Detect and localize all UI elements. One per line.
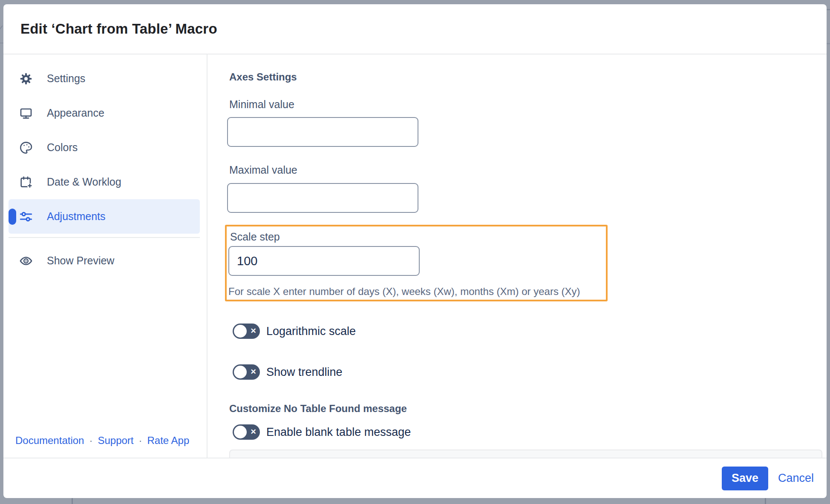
sidebar-item-show-preview[interactable]: Show Preview — [9, 243, 200, 278]
collapsed-editor-panel — [229, 450, 822, 458]
show-trendline-row: ✕ Show trendline — [233, 364, 343, 380]
toggle-off-x-icon: ✕ — [247, 364, 260, 380]
palette-icon — [19, 140, 33, 155]
link-separator: · — [89, 435, 92, 447]
toggle-off-x-icon: ✕ — [247, 424, 260, 440]
link-separator: · — [139, 435, 142, 447]
sidebar-item-label: Colors — [47, 141, 78, 154]
backdrop-line-artifact — [765, 498, 766, 504]
blank-table-message-toggle[interactable]: ✕ — [233, 424, 260, 440]
adjustments-panel: Axes Settings Minimal value Maximal valu… — [208, 54, 827, 458]
rate-app-link[interactable]: Rate App — [147, 435, 190, 447]
backdrop-line-artifact — [72, 498, 73, 504]
sidebar-item-label: Appearance — [47, 107, 104, 119]
logarithmic-scale-row: ✕ Logarithmic scale — [233, 324, 356, 339]
sidebar-item-colors[interactable]: Colors — [9, 130, 200, 165]
sidebar-footer-links: Documentation · Support · Rate App — [15, 435, 189, 447]
sidebar-item-date-worklog[interactable]: Date & Worklog — [9, 165, 200, 199]
minimal-value-input[interactable] — [227, 117, 418, 147]
sidebar-item-label: Date & Worklog — [47, 176, 121, 188]
active-item-indicator — [9, 209, 16, 225]
edit-macro-dialog: Edit ‘Chart from Table’ Macro — [3, 4, 827, 498]
backdrop-check-artifact: ✓ — [0, 23, 3, 33]
sidebar-divider — [9, 237, 200, 238]
dialog-body: Settings Appearance — [3, 54, 827, 458]
documentation-link[interactable]: Documentation — [15, 435, 84, 447]
backdrop-line-artifact — [827, 43, 830, 44]
eye-icon — [19, 254, 33, 268]
dialog-header: Edit ‘Chart from Table’ Macro — [3, 4, 827, 54]
logarithmic-scale-toggle[interactable]: ✕ — [233, 324, 260, 339]
toggle-off-x-icon: ✕ — [247, 324, 260, 339]
sidebar-item-label: Show Preview — [47, 255, 114, 267]
toggle-knob — [234, 426, 247, 438]
calendar-plus-icon — [19, 175, 33, 189]
backdrop-line-artifact — [827, 9, 830, 10]
logarithmic-scale-label: Logarithmic scale — [266, 325, 356, 338]
scale-step-label: Scale step — [230, 231, 280, 243]
backdrop-line-artifact — [0, 43, 3, 43]
axes-settings-heading: Axes Settings — [229, 71, 297, 83]
blank-table-message-label: Enable blank table message — [266, 426, 411, 439]
sidebar-item-settings[interactable]: Settings — [9, 61, 200, 96]
sidebar-item-appearance[interactable]: Appearance — [9, 96, 200, 130]
scale-step-highlight-box: Scale step For scale X enter number of d… — [225, 225, 608, 301]
scale-step-helper-text: For scale X enter number of days (X), we… — [228, 286, 580, 298]
minimal-value-label: Minimal value — [229, 98, 294, 111]
no-table-message-heading: Customize No Table Found message — [229, 403, 407, 415]
monitor-icon — [19, 106, 33, 120]
sliders-icon — [19, 209, 33, 224]
toggle-knob — [234, 325, 247, 338]
scale-step-input[interactable] — [228, 246, 420, 276]
show-trendline-toggle[interactable]: ✕ — [233, 364, 260, 380]
sidebar-item-label: Adjustments — [47, 210, 106, 223]
sidebar-nav: Settings Appearance — [3, 54, 207, 278]
show-trendline-label: Show trendline — [266, 366, 343, 379]
maximal-value-label: Maximal value — [229, 164, 297, 176]
blank-table-message-row: ✕ Enable blank table message — [233, 424, 411, 440]
toggle-knob — [234, 366, 247, 378]
maximal-value-input[interactable] — [227, 183, 418, 213]
cancel-button[interactable]: Cancel — [778, 472, 814, 485]
sidebar-item-adjustments[interactable]: Adjustments — [9, 199, 200, 234]
gear-icon — [19, 72, 33, 86]
support-link[interactable]: Support — [98, 435, 133, 447]
dialog-footer: Save Cancel — [3, 458, 827, 498]
sidebar: Settings Appearance — [3, 54, 208, 458]
sidebar-item-label: Settings — [47, 72, 85, 85]
save-button[interactable]: Save — [722, 467, 768, 490]
dialog-title: Edit ‘Chart from Table’ Macro — [20, 21, 217, 37]
